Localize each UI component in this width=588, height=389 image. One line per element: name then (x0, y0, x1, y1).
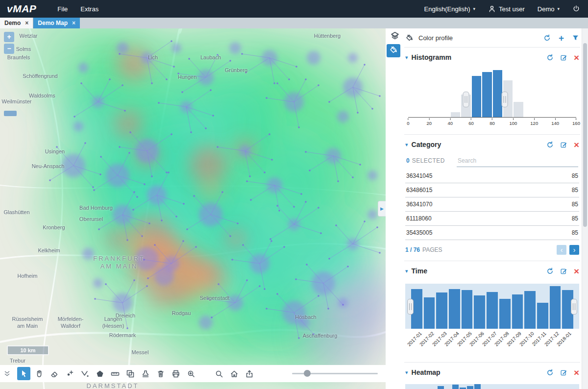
stamp-tool[interactable] (139, 367, 152, 380)
add-point-tool[interactable] (63, 367, 76, 380)
trash-icon (156, 369, 165, 378)
search-icon (215, 369, 223, 378)
search-tool[interactable] (212, 367, 225, 380)
menu-extras[interactable]: Extras (74, 5, 105, 13)
tab-demo-map[interactable]: Demo Map × (33, 18, 80, 28)
selected-label: SELECTED (412, 157, 445, 164)
time-bar (537, 303, 548, 329)
pagination: 1 / 76 PAGES ‹ › (405, 245, 579, 255)
refresh-icon[interactable] (546, 267, 554, 275)
edit-icon[interactable] (560, 54, 567, 61)
zoom-rect-tool[interactable] (184, 367, 197, 380)
axis-tick: 20 (427, 118, 432, 126)
histogram-range-handle-right[interactable] (502, 92, 508, 107)
menubar: File Extras (51, 5, 105, 13)
polygon-tool[interactable] (93, 367, 106, 380)
layers-icon (391, 31, 399, 42)
collapse-caret-icon[interactable]: ▾ (405, 142, 408, 148)
refresh-icon[interactable] (543, 34, 551, 42)
collapse-caret-icon[interactable]: ▾ (405, 268, 408, 274)
user-label: Test user (499, 5, 525, 13)
category-row[interactable]: 3634107085 (405, 197, 579, 212)
histogram-chart[interactable]: 020406080100120140160 (405, 70, 579, 128)
layers-tab[interactable] (389, 31, 401, 43)
axis-tick: 0 (407, 118, 409, 126)
panel-collapse-arrow[interactable]: ▶ (378, 201, 386, 217)
page-indicator: 1 / 76 (405, 246, 420, 253)
time-chart[interactable]: 2017-012017-022017-032017-042017-052017-… (405, 284, 579, 356)
language-selector[interactable]: English(English) ▾ (424, 5, 475, 13)
eraser-tool[interactable] (48, 367, 61, 380)
vertex-tool[interactable] (78, 367, 91, 380)
menu-file[interactable]: File (51, 5, 74, 13)
close-icon[interactable]: × (72, 20, 75, 26)
close-icon[interactable]: × (574, 267, 579, 276)
category-id: 61118060 (406, 215, 432, 222)
category-row[interactable]: 3634104585 (405, 169, 579, 183)
heatmap-chart[interactable] (405, 384, 579, 389)
zoom-in-button[interactable]: + (4, 32, 14, 42)
zoom-out-button[interactable]: − (4, 44, 14, 54)
print-tool[interactable] (169, 367, 182, 380)
edit-icon[interactable] (560, 267, 567, 275)
time-range-handle-right[interactable] (571, 299, 577, 315)
chevron-down-icon: ▾ (473, 6, 476, 11)
overview-box[interactable] (4, 111, 17, 116)
add-point-icon (65, 369, 74, 378)
topbar: vMAP File Extras English(English) ▾ Test… (0, 0, 588, 18)
person-icon (488, 5, 496, 13)
tab-label: Demo Map (38, 20, 68, 26)
collapse-caret-icon[interactable]: ▾ (405, 369, 408, 376)
panel-scrollbar[interactable] (582, 28, 588, 389)
export-tool[interactable] (243, 367, 256, 380)
edit-icon[interactable] (560, 141, 567, 148)
copy-tool[interactable] (123, 367, 137, 380)
heatmap-bar (452, 385, 459, 389)
select-move-tool[interactable] (17, 367, 30, 380)
pan-hand-tool[interactable] (32, 367, 46, 380)
close-icon[interactable]: × (574, 53, 579, 62)
map-canvas[interactable]: WetzlarHüttenbergSolmsBraunfelsLichLauba… (0, 28, 386, 389)
refresh-icon[interactable] (546, 54, 554, 61)
category-row[interactable]: 3543500585 (405, 226, 579, 240)
logout-button[interactable] (572, 5, 580, 13)
app-logo: vMAP (7, 3, 36, 15)
time-bar (436, 292, 447, 329)
zoom-slider-handle[interactable] (304, 370, 311, 377)
zoom-slider[interactable] (292, 367, 378, 380)
refresh-icon[interactable] (546, 369, 554, 376)
category-count: 85 (572, 187, 578, 194)
prev-page-button[interactable]: ‹ (557, 245, 566, 255)
pages-label: PAGES (422, 246, 442, 253)
add-icon[interactable]: + (559, 33, 564, 43)
time-range-handle-left[interactable] (407, 299, 414, 315)
scrollbar-thumb[interactable] (583, 43, 587, 227)
panel-title: Color profile (418, 34, 453, 42)
section-title: Time (412, 267, 427, 275)
home-tool[interactable] (227, 367, 241, 380)
filter-icon[interactable] (572, 34, 579, 42)
category-id: 35435005 (406, 229, 432, 236)
tab-demo[interactable]: Demo × (0, 18, 33, 28)
user-menu[interactable]: Test user (488, 5, 525, 13)
delete-tool[interactable] (154, 367, 167, 380)
color-profile-tab[interactable] (387, 44, 400, 57)
histogram-range-handle-left[interactable] (463, 92, 469, 107)
category-row[interactable]: 6348601585 (405, 183, 579, 197)
heatmap-bar (474, 384, 481, 389)
next-page-button[interactable]: › (569, 245, 579, 255)
close-icon[interactable]: × (25, 20, 28, 26)
collapse-caret-icon[interactable]: ▾ (405, 54, 408, 61)
toolbar-collapse-button[interactable] (3, 370, 11, 377)
category-row[interactable]: 6111806085 (405, 212, 579, 226)
edit-icon[interactable] (560, 369, 567, 376)
workspace-selector[interactable]: Demo ▾ (538, 5, 560, 13)
ruler-icon (111, 369, 120, 378)
category-search-input[interactable] (457, 156, 578, 167)
category-list: 3634104585634860158536341070856111806085… (405, 169, 579, 240)
close-icon[interactable]: × (574, 140, 579, 149)
measure-tool[interactable] (108, 367, 122, 380)
split-icon (80, 369, 89, 378)
close-icon[interactable]: × (574, 368, 579, 377)
refresh-icon[interactable] (546, 141, 554, 148)
